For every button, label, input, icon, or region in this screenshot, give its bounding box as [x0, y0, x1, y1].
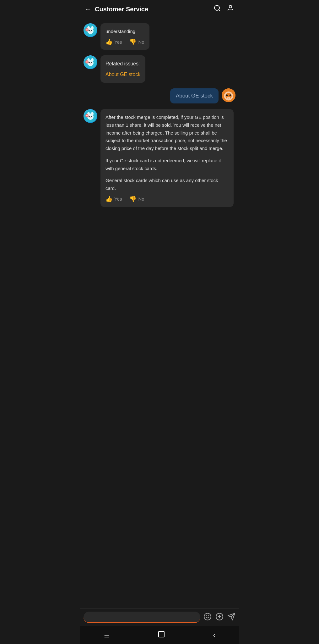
bot-message-1: understanding. 👍 Yes 👎 No: [84, 23, 235, 50]
svg-point-30: [230, 95, 231, 95]
emoji-button[interactable]: [203, 613, 212, 622]
send-button[interactable]: [227, 613, 235, 622]
feedback-row-2: 👍 Yes 👎 No: [105, 196, 229, 203]
input-field-wrap: [84, 612, 200, 623]
svg-point-36: [89, 116, 90, 117]
svg-rect-49: [159, 631, 164, 637]
svg-point-40: [86, 115, 88, 116]
thumbs-up-icon-1: 👍: [105, 38, 112, 45]
add-button[interactable]: [215, 613, 224, 622]
back-button[interactable]: ←: [85, 5, 92, 13]
related-link-ge-stock[interactable]: About GE stock: [105, 70, 140, 79]
no-button-1[interactable]: 👎 No: [129, 38, 144, 45]
header-right: [214, 4, 234, 14]
bot-avatar-3: [84, 109, 97, 123]
svg-point-37: [91, 116, 92, 117]
input-bar: [80, 608, 239, 626]
paragraph-2: If your Ge stock card is not redeemed, w…: [105, 157, 229, 173]
bot-avatar-1: [84, 23, 97, 37]
paragraph-1: After the stock merge is completed, if y…: [105, 114, 229, 153]
svg-point-17: [91, 62, 92, 63]
feedback-row-1: 👍 Yes 👎 No: [105, 38, 144, 45]
message-input[interactable]: [89, 614, 195, 619]
svg-point-9: [89, 31, 91, 32]
svg-point-27: [226, 94, 228, 96]
svg-point-11: [86, 29, 88, 31]
svg-line-1: [219, 10, 220, 11]
svg-point-8: [91, 30, 92, 31]
svg-point-18: [89, 64, 91, 64]
no-button-2[interactable]: 👎 No: [129, 196, 144, 203]
thumbs-down-icon-2: 👎: [129, 196, 136, 203]
svg-point-41: [204, 613, 211, 620]
yes-button-1[interactable]: 👍 Yes: [105, 38, 122, 45]
svg-point-7: [89, 30, 90, 31]
thumbs-up-icon-2: 👍: [105, 196, 112, 203]
svg-point-16: [89, 62, 90, 63]
svg-point-38: [89, 117, 91, 118]
svg-point-31: [228, 98, 229, 98]
svg-point-29: [227, 95, 228, 95]
svg-point-20: [86, 61, 88, 63]
bot-bubble-1: understanding. 👍 Yes 👎 No: [100, 23, 149, 50]
svg-point-28: [230, 94, 231, 96]
related-issues-label: Related issues:: [105, 60, 140, 68]
yes-button-2[interactable]: 👍 Yes: [105, 196, 122, 203]
android-menu-button[interactable]: ☰: [104, 631, 110, 639]
bot-message-3: After the stock merge is completed, if y…: [84, 109, 235, 207]
input-actions: [203, 613, 235, 622]
android-back-button[interactable]: ‹: [213, 631, 215, 639]
bot-message-2: Related issues: About GE stock: [84, 55, 235, 83]
bot-bubble-2: Related issues: About GE stock: [100, 55, 145, 83]
user-message-1: About GE stock: [84, 88, 235, 103]
search-icon[interactable]: [214, 4, 221, 14]
long-response-text: After the stock merge is completed, if y…: [105, 114, 229, 192]
android-nav-bar: ☰ ‹: [80, 626, 239, 644]
chat-area: understanding. 👍 Yes 👎 No: [80, 18, 239, 608]
paragraph-3: General stock cards which can use as any…: [105, 177, 229, 192]
user-avatar-1: [222, 88, 235, 102]
android-home-button[interactable]: [158, 630, 165, 640]
svg-point-2: [229, 5, 232, 8]
partial-text: understanding.: [105, 29, 137, 34]
header: ← Customer Service: [80, 0, 239, 18]
bot-avatar-2: [84, 55, 97, 69]
profile-icon[interactable]: [227, 4, 234, 14]
user-bubble-1: About GE stock: [170, 88, 219, 103]
header-title: Customer Service: [95, 6, 148, 13]
header-left: ← Customer Service: [85, 5, 148, 13]
bot-bubble-3: After the stock merge is completed, if y…: [100, 109, 234, 207]
thumbs-down-icon-1: 👎: [129, 38, 136, 45]
